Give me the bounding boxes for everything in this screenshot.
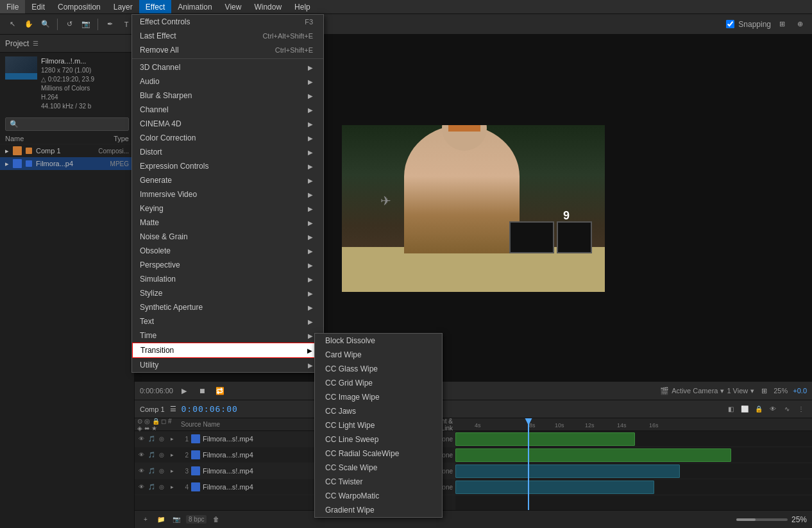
menu-keying[interactable]: Keying ▶ xyxy=(132,201,323,216)
zoom-slider[interactable] xyxy=(736,518,788,521)
menu-layer[interactable]: Layer xyxy=(107,0,139,13)
select-tool[interactable]: ↖ xyxy=(5,17,19,31)
preview-play-btn[interactable]: ▶ xyxy=(177,384,191,398)
menu-file[interactable]: File xyxy=(0,0,25,13)
layer2-solo[interactable]: ◎ xyxy=(158,451,165,459)
project-menu-icon[interactable]: ☰ xyxy=(33,40,38,47)
layer2-audio[interactable]: 🎵 xyxy=(148,451,155,459)
layer3-eye[interactable]: 👁 xyxy=(137,467,145,475)
sub-cc-radial-scalewipe[interactable]: CC Radial ScaleWipe xyxy=(315,447,442,461)
preview-stop-btn[interactable]: ⏹ xyxy=(195,384,209,398)
menu-expression-controls[interactable]: Expression Controls ▶ xyxy=(132,159,323,173)
tl-hidden-btn[interactable]: 👁 xyxy=(767,404,779,415)
menu-channel[interactable]: Channel ▶ xyxy=(132,103,323,117)
menu-simulation[interactable]: Simulation ▶ xyxy=(132,272,323,286)
menu-composition[interactable]: Composition xyxy=(51,0,107,13)
tl-folder-btn[interactable]: 📁 xyxy=(155,514,167,525)
hand-tool[interactable]: ✋ xyxy=(22,17,36,31)
layer1-audio[interactable]: 🎵 xyxy=(148,435,155,443)
tl-camera2-btn[interactable]: 📷 xyxy=(171,514,182,525)
layer1-expand[interactable]: ▸ xyxy=(168,435,176,443)
menu-synthetic-aperture[interactable]: Synthetic Aperture ▶ xyxy=(132,300,323,314)
sub-gradient-wipe[interactable]: Gradient Wipe xyxy=(315,503,442,517)
layer3-solo[interactable]: ◎ xyxy=(158,467,165,475)
layer3-expand[interactable]: ▸ xyxy=(168,467,176,475)
zoom-tool[interactable]: 🔍 xyxy=(38,17,53,31)
layer4-eye[interactable]: 👁 xyxy=(137,483,145,491)
sub-card-wipe[interactable]: Card Wipe xyxy=(315,348,442,362)
tl-add-btn[interactable]: + xyxy=(140,514,151,525)
layer1-eye[interactable]: 👁 xyxy=(137,435,145,443)
playhead[interactable] xyxy=(528,418,529,510)
preview-loop-btn[interactable]: 🔁 xyxy=(213,384,227,398)
menu-last-effect[interactable]: Last Effect Ctrl+Alt+Shift+E xyxy=(132,29,323,43)
comp-menu-icon[interactable]: ☰ xyxy=(170,405,176,413)
layer3-audio[interactable]: 🎵 xyxy=(148,467,155,475)
layer1-solo[interactable]: ◎ xyxy=(158,435,165,443)
sub-block-dissolve[interactable]: Block Dissolve xyxy=(315,334,442,348)
menu-immersive-video[interactable]: Immersive Video ▶ xyxy=(132,187,323,201)
layer2-expand[interactable]: ▸ xyxy=(168,451,176,459)
menu-view[interactable]: View xyxy=(219,0,248,13)
search-input[interactable] xyxy=(21,121,124,128)
layer4-audio[interactable]: 🎵 xyxy=(148,483,155,491)
tl-cache-btn[interactable]: ⋮ xyxy=(795,404,807,415)
menu-text[interactable]: Text ▶ xyxy=(132,314,323,328)
project-thumbnail-item[interactable]: Filmora...!.m... 1280 x 720 (1.00) △ 0:0… xyxy=(0,53,134,115)
tl-solo-btn[interactable]: ◧ xyxy=(725,404,736,415)
tl-draft-btn[interactable]: ⬜ xyxy=(739,404,750,415)
sub-cc-twister[interactable]: CC Twister xyxy=(315,475,442,489)
sub-cc-image-wipe[interactable]: CC Image Wipe xyxy=(315,390,442,404)
layer4-solo[interactable]: ◎ xyxy=(158,483,165,491)
col-type[interactable]: Type xyxy=(114,135,129,142)
snap-target-btn[interactable]: ⊕ xyxy=(793,17,807,31)
menu-window[interactable]: Window xyxy=(248,0,288,13)
menu-effect[interactable]: Effect xyxy=(139,0,171,13)
sub-cc-glass-wipe[interactable]: CC Glass Wipe xyxy=(315,362,442,376)
tl-lock-btn[interactable]: 🔒 xyxy=(753,404,765,415)
menu-blur-sharpen[interactable]: Blur & Sharpen ▶ xyxy=(132,89,323,103)
menu-perspective[interactable]: Perspective ▶ xyxy=(132,258,323,272)
menu-effect-controls[interactable]: Effect Controls F3 xyxy=(132,15,323,29)
menu-obsolete[interactable]: Obsolete ▶ xyxy=(132,244,323,258)
view-opts-btn[interactable]: ⊞ xyxy=(757,384,771,398)
sub-cc-grid-wipe[interactable]: CC Grid Wipe xyxy=(315,376,442,390)
menu-color-correction[interactable]: Color Correction ▶ xyxy=(132,131,323,145)
camera-tool[interactable]: 📷 xyxy=(79,17,93,31)
rotate-tool[interactable]: ↺ xyxy=(62,17,76,31)
menu-edit[interactable]: Edit xyxy=(25,0,51,13)
track-clip-3[interactable] xyxy=(455,464,680,478)
sub-cc-jaws[interactable]: CC Jaws xyxy=(315,404,442,418)
menu-3dchannel[interactable]: 3D Channel ▶ xyxy=(132,60,323,74)
tl-delete-btn[interactable]: 🗑 xyxy=(210,514,222,525)
layer2-eye[interactable]: 👁 xyxy=(137,451,145,459)
sub-cc-line-sweep[interactable]: CC Line Sweep xyxy=(315,432,442,447)
menu-cinema4d[interactable]: CINEMA 4D ▶ xyxy=(132,117,323,131)
menu-time[interactable]: Time ▶ xyxy=(132,328,323,343)
snapping-checkbox[interactable] xyxy=(726,20,734,28)
menu-remove-all[interactable]: Remove All Ctrl+Shift+E xyxy=(132,43,323,57)
menu-generate[interactable]: Generate ▶ xyxy=(132,173,323,187)
chevron-camera[interactable]: ▾ xyxy=(720,387,724,395)
pen-tool[interactable]: ✒ xyxy=(103,17,117,31)
sub-cc-scale-wipe[interactable]: CC Scale Wipe xyxy=(315,461,442,475)
menu-noise-grain[interactable]: Noise & Grain ▶ xyxy=(132,230,323,244)
menu-transition[interactable]: Transition ▶ xyxy=(132,343,323,358)
sub-cc-warpomatig[interactable]: CC WarpoMatic xyxy=(315,489,442,503)
file-item-filmora[interactable]: ▸ Filmora...p4 MPEG xyxy=(0,157,134,170)
menu-help[interactable]: Help xyxy=(288,0,317,13)
track-clip-2[interactable] xyxy=(455,448,731,462)
tl-shy-btn[interactable]: ∿ xyxy=(781,404,793,415)
menu-animation[interactable]: Animation xyxy=(171,0,218,13)
track-clip-1[interactable] xyxy=(455,432,635,446)
file-item-comp1[interactable]: ▸ Comp 1 Composi... xyxy=(0,144,134,157)
menu-stylize[interactable]: Stylize ▶ xyxy=(132,286,323,300)
col-name[interactable]: Name xyxy=(5,135,24,142)
menu-audio[interactable]: Audio ▶ xyxy=(132,74,323,89)
track-clip-4[interactable] xyxy=(455,481,654,494)
menu-matte[interactable]: Matte ▶ xyxy=(132,216,323,230)
layer4-expand[interactable]: ▸ xyxy=(168,483,176,491)
menu-utility[interactable]: Utility ▶ xyxy=(132,358,323,372)
menu-distort[interactable]: Distort ▶ xyxy=(132,145,323,159)
sub-cc-light-wipe[interactable]: CC Light Wipe xyxy=(315,418,442,432)
